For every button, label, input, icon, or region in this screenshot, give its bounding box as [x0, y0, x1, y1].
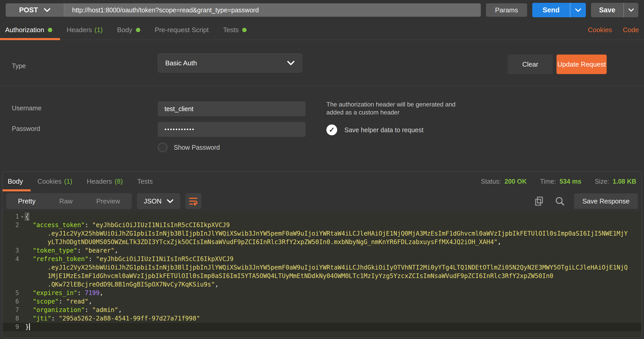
code-line: 4 "refresh_token": "eyJhbGciOiJIUzI1NiIs…	[3, 255, 641, 263]
url-group: POST http://host1:8000/oauth/token?scope…	[6, 3, 481, 17]
auth-helper-note: The authorization header will be generat…	[326, 100, 471, 116]
save-button-group: Save	[591, 3, 638, 17]
tab-tests[interactable]: Tests	[223, 20, 247, 40]
code-token	[25, 306, 33, 314]
params-button[interactable]: Params	[486, 3, 527, 17]
code-line: 3 "token_type": "bearer",	[3, 246, 641, 255]
checkmark-icon: ✓	[326, 124, 337, 135]
code-token	[25, 230, 48, 237]
code-token	[25, 238, 48, 246]
send-label: Send	[543, 6, 560, 14]
line-number	[3, 280, 24, 289]
method-dropdown[interactable]: POST	[6, 3, 64, 17]
line-number: 1▾	[3, 212, 24, 221]
code-token: ,	[100, 289, 103, 297]
code-token: :	[85, 221, 92, 229]
show-password-toggle[interactable]: Show Password	[158, 142, 220, 152]
code-token: {	[25, 213, 29, 220]
save-response-label: Save Response	[582, 197, 630, 205]
code-token: "admin"	[92, 306, 118, 314]
code-text: .eyJ1c2VyX25hbWUiOiJhZG1pbiIsInNjb3BlIjp…	[24, 229, 641, 238]
code-token: "organization"	[33, 306, 85, 314]
line-number: 4	[3, 255, 24, 263]
copy-button[interactable]	[533, 195, 546, 208]
code-token: "access_token"	[33, 221, 85, 229]
save-options-button[interactable]	[623, 3, 638, 17]
username-input[interactable]: test_client	[158, 101, 306, 116]
tab-label: Pre-request Script	[155, 26, 209, 34]
code-token: "jti"	[33, 315, 51, 322]
code-token: :	[89, 255, 96, 263]
code-text: "refresh_token": "eyJhbGciOiJIUzI1NiIsIn…	[24, 255, 641, 263]
update-request-button[interactable]: Update Request	[556, 55, 607, 74]
tab-cookies[interactable]: Cookies(1)	[37, 172, 72, 191]
line-number: 3	[3, 246, 24, 255]
line-number: 2	[3, 221, 24, 229]
text-cursor	[29, 323, 30, 330]
response-tabs: BodyCookies(1)Headers(8)TestsStatus:200 …	[3, 172, 641, 191]
view-mode-pretty[interactable]: Pretty	[6, 197, 47, 205]
line-number: 7	[3, 306, 24, 314]
search-icon	[554, 196, 565, 207]
code-text: "jti": "295a5262-2a88-4541-99ff-97d27a71…	[24, 314, 641, 323]
tab-headers[interactable]: Headers(8)	[87, 172, 123, 191]
code-token	[25, 272, 48, 280]
save-helper-checkbox[interactable]: ✓ Save helper data to request	[326, 124, 423, 135]
clear-button[interactable]: Clear	[508, 55, 553, 74]
cookies-link[interactable]: Cookies	[588, 26, 612, 34]
tab-authorization[interactable]: Authorization	[5, 20, 52, 40]
code-line: 1MjE1MzEsImF1dGhvcml0aWVzIjpbIkFETUlOIl0…	[3, 272, 641, 280]
chevron-down-icon	[287, 61, 295, 65]
meta-label: Time:	[540, 178, 556, 185]
line-number	[3, 229, 24, 238]
fold-caret-icon[interactable]: ▾	[21, 212, 23, 221]
code-token: ,	[115, 247, 118, 254]
send-button[interactable]: Send	[532, 3, 570, 17]
tab-headers[interactable]: Headers(1)	[67, 20, 103, 40]
code-token: :	[77, 247, 85, 254]
auth-form: Username test_client Password ••••••••••…	[0, 86, 644, 170]
code-line: .eyJ1c2VyX25hbWUiOiJhZG1pbiIsInNjb3BlIjp…	[3, 263, 641, 272]
code-token: "scope"	[33, 298, 59, 305]
password-input[interactable]: •••••••••••	[158, 122, 306, 137]
view-mode-raw[interactable]: Raw	[47, 197, 84, 205]
username-value: test_client	[164, 105, 194, 113]
code-link[interactable]: Code	[623, 26, 639, 34]
meta-label: Size:	[595, 178, 609, 185]
meta-time: Time:534 ms	[540, 178, 581, 185]
tab-body[interactable]: Body	[117, 20, 140, 40]
language-dropdown[interactable]: JSON	[137, 193, 180, 209]
tab-tests[interactable]: Tests	[137, 172, 153, 191]
code-text: "scope": "read",	[24, 297, 641, 306]
response-body-viewer[interactable]: 1▾{2 "access_token": "eyJhbGciOiJIUzI1Ni…	[3, 211, 641, 337]
send-options-button[interactable]	[570, 3, 586, 17]
view-mode-group: PrettyRawPreview	[6, 193, 132, 209]
save-response-button[interactable]: Save Response	[574, 193, 638, 209]
meta-value: 200 OK	[504, 178, 527, 185]
save-button[interactable]: Save	[591, 3, 623, 17]
code-token: ,	[118, 306, 122, 314]
code-token: .eyJ1c2VyX25hbWUiOiJhZG1pbiIsInNjb3BlIjp…	[48, 230, 628, 237]
code-token: :	[59, 298, 66, 305]
tab-count-badge: (1)	[94, 26, 103, 34]
search-button[interactable]	[553, 195, 566, 208]
chevron-down-icon	[44, 8, 50, 12]
code-line: 5 "expires_in": 7199,	[3, 289, 641, 297]
tab-body[interactable]: Body	[8, 172, 23, 191]
auth-type-dropdown[interactable]: Basic Auth	[158, 53, 302, 73]
meta-value: 534 ms	[560, 178, 581, 185]
view-mode-preview[interactable]: Preview	[84, 197, 132, 205]
wrap-text-button[interactable]	[185, 193, 201, 209]
tab-count-badge: (8)	[115, 177, 123, 185]
tab-pre-request-script[interactable]: Pre-request Script	[155, 20, 209, 40]
code-token: ,	[215, 281, 219, 288]
meta-status: Status:200 OK	[481, 178, 527, 185]
code-line: .eyJ1c2VyX25hbWUiOiJhZG1pbiIsInNjb3BlIjp…	[3, 229, 641, 238]
code-token	[25, 247, 33, 254]
url-input[interactable]: http://host1:8000/oauth/token?scope=read…	[64, 3, 481, 17]
chevron-down-icon	[628, 8, 634, 12]
line-number: 9	[3, 323, 24, 331]
code-token	[25, 255, 33, 263]
code-token: "eyJhbGciOiJIUzI1NiIsInR5cCI6IkpXVCJ9	[96, 255, 234, 263]
code-token: "bearer"	[85, 247, 115, 254]
